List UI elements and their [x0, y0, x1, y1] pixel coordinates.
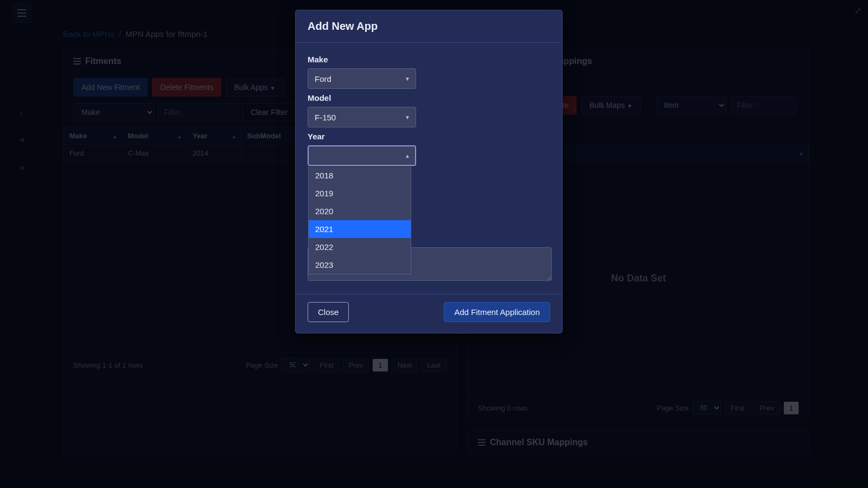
year-option[interactable]: 2021: [309, 220, 411, 238]
year-label: Year: [308, 132, 550, 141]
year-option[interactable]: 2019: [309, 184, 411, 202]
make-label: Make: [308, 55, 550, 64]
model-label: Model: [308, 93, 550, 102]
year-option[interactable]: 2023: [309, 256, 411, 274]
model-select[interactable]: F-150 ▼: [308, 107, 416, 127]
year-option[interactable]: 2020: [309, 202, 411, 220]
close-button[interactable]: Close: [308, 302, 349, 322]
chevron-up-icon: ▲: [405, 153, 410, 159]
chevron-down-icon: ▼: [405, 114, 410, 120]
model-select-value: F-150: [315, 113, 336, 122]
add-new-app-modal: Add New App Make Ford ▼ Model F-150 ▼ Ye…: [295, 10, 563, 333]
year-dropdown: 201820192020202120222023: [308, 166, 411, 274]
make-select-value: Ford: [315, 74, 331, 84]
add-fitment-application-button[interactable]: Add Fitment Application: [444, 302, 550, 322]
make-select[interactable]: Ford ▼: [308, 68, 416, 89]
year-dropdown-scroll[interactable]: 201820192020202120222023: [309, 166, 411, 274]
chevron-down-icon: ▼: [405, 76, 410, 82]
year-option[interactable]: 2022: [309, 238, 411, 256]
year-option[interactable]: 2018: [309, 166, 411, 184]
year-select[interactable]: ▲ 201820192020202120222023: [308, 145, 416, 166]
modal-title: Add New App: [296, 10, 562, 43]
